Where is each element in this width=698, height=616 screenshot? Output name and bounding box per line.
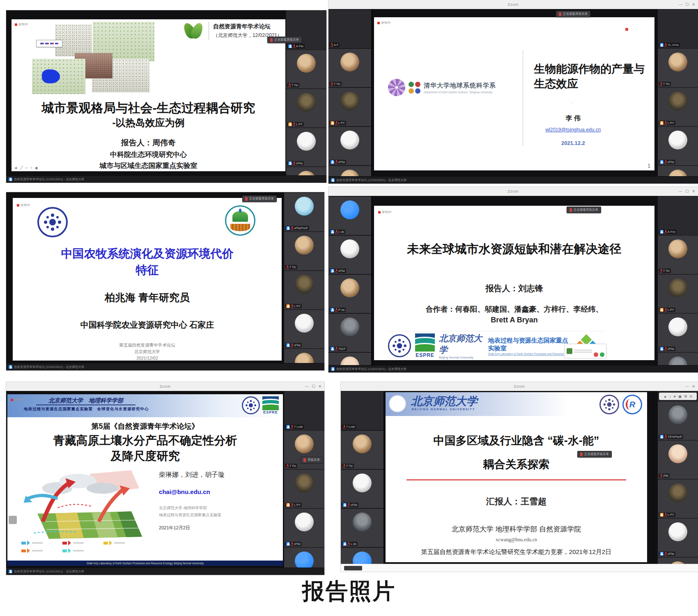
accept-call-icon[interactable] (600, 352, 604, 357)
close-button[interactable]: ✕ (692, 2, 695, 7)
participant-tile[interactable]: P·na (658, 166, 698, 176)
maximize-button[interactable]: ☐ (312, 384, 315, 388)
participant-tile[interactable]: P·na (286, 167, 326, 175)
participant-tile[interactable]: L·PY (284, 271, 324, 309)
annotation-tool-icon[interactable]: ○ (30, 165, 32, 170)
participant-tile[interactable]: xFNz (328, 236, 371, 274)
participant-tile[interactable]: T Tln (658, 49, 698, 87)
minimize-button[interactable]: — (685, 384, 689, 388)
annotation-tool-icon[interactable]: ◄ (14, 165, 18, 170)
participant-video-tile[interactable]: A·Flw (286, 11, 326, 49)
minimize-button[interactable]: — (678, 189, 682, 193)
participant-tile[interactable]: TSLP (658, 353, 698, 365)
sidebar-tool-icon[interactable]: ⊡ (689, 395, 692, 398)
annotation-toolbar[interactable]: ◄╱○○◆ (14, 165, 38, 170)
slide-nav-box[interactable] (9, 516, 17, 524)
meeting-window-1[interactable]: 正在观看屏幕共享 录制中 自然 (6, 10, 326, 183)
meeting-window-4[interactable]: Zoom — ☐ ✕ 正在观看屏幕共享 L·ubxFNzP·naTSLPZRb … (328, 187, 698, 372)
participant-tile[interactable]: xFNz (286, 128, 326, 166)
sidebar-tool-icon[interactable]: ▲ (664, 395, 667, 398)
participant-tile[interactable]: xFNz (328, 127, 371, 165)
maximize-button[interactable]: ☐ (685, 189, 689, 193)
participant-tile[interactable]: T Tln (284, 431, 324, 469)
contact-email[interactable]: chai@bnu.edu.cn (159, 488, 275, 495)
presenter-email[interactable]: wl2019@tsinghua.edu.cn (534, 127, 612, 133)
sidebar-tool-icon[interactable]: ➤ (673, 395, 676, 398)
annotation-tool-icon[interactable]: ○ (25, 165, 28, 170)
os-taskbar[interactable]: 自然资源青年学术论坛 (12/02/2021) - 北京师范大学 (328, 176, 698, 184)
participant-tile[interactable]: L·PY (284, 470, 324, 508)
maximize-button[interactable]: ☐ (685, 2, 689, 7)
sidebar-tool-icon[interactable]: ♪ (669, 395, 671, 398)
participant-tile[interactable]: T Tln (284, 232, 324, 270)
participant-tile[interactable]: P·na (658, 558, 698, 564)
os-taskbar[interactable]: 自然资源青年学术论坛 (12/02/2021) - 北京师范大学 (6, 363, 324, 370)
participant-video-tile[interactable]: T·LnW (284, 392, 324, 430)
participant-tile[interactable]: L·PY (286, 89, 326, 127)
sidebar-toolbar[interactable]: ▲♪➤▦⚙⊡ (659, 393, 697, 400)
participant-tile[interactable]: ZRb (328, 353, 371, 365)
participant-tile[interactable]: L·PY (328, 88, 371, 126)
participant-video-tile[interactable]: YL·nYnn (658, 10, 698, 48)
minimize-button[interactable]: — (305, 384, 308, 388)
participant-video-tile[interactable]: A·F (328, 10, 371, 48)
participant-tile[interactable]: P·na (284, 349, 324, 363)
participant-tile[interactable]: L·PY (658, 88, 698, 126)
page-control-icons[interactable]: · · · · (366, 566, 403, 570)
participant-tile[interactable]: xFNz (341, 470, 383, 508)
meeting-window-2[interactable]: Zoom — ☐ ✕ 正在观看屏幕共享 A·FT TlnL·PYxFNzP·na… (328, 0, 698, 184)
close-button[interactable]: ✕ (318, 384, 321, 388)
participant-role-icon (331, 121, 334, 125)
participant-role-icon (343, 503, 347, 507)
participant-tile[interactable]: ZRb (658, 441, 698, 479)
os-taskbar[interactable]: 自然资源青年学术论坛 (12/02/2021) - 北京师范大学 (6, 568, 324, 575)
participant-tile[interactable]: xFNz (658, 127, 698, 165)
participant-tile[interactable]: xFNz (284, 310, 324, 348)
participant-tile[interactable]: vPNzPnnP (284, 193, 324, 231)
contact-email[interactable]: xcwang@bnu.edu.cn (386, 537, 647, 543)
decline-call-icon[interactable] (594, 352, 598, 357)
sidebar-tool-icon[interactable]: ▦ (679, 395, 682, 398)
participant-role-icon (660, 308, 664, 312)
window-titlebar[interactable]: Zoom — ✕ (341, 382, 698, 391)
window-title: Zoom (507, 189, 519, 193)
incoming-call-popup[interactable] (564, 344, 607, 359)
minimize-button[interactable]: — (678, 2, 682, 7)
participant-tile[interactable]: L·ub (328, 197, 371, 235)
participant-tile[interactable]: L·zb (284, 548, 324, 568)
annotation-tool-icon[interactable]: ╱ (20, 165, 23, 170)
participant-video-tile[interactable]: A·Fnn (658, 197, 698, 235)
participant-tile[interactable]: q·d (341, 548, 383, 564)
window-titlebar[interactable]: Zoom — ☐ ✕ (6, 382, 324, 391)
participant-tile[interactable]: xFNz (658, 519, 698, 557)
meeting-window-6[interactable]: Zoom — ✕ 正在观看屏幕共享 T·LnWT TlnxFNzL·zbq·d … (341, 382, 698, 572)
participant-tile[interactable]: TSLP (328, 314, 371, 352)
participant-tile[interactable]: L·zb (341, 509, 383, 547)
sidebar-tool-icon[interactable]: ⚙ (684, 395, 687, 398)
participant-tile[interactable]: L·PY (658, 275, 698, 313)
window-titlebar[interactable]: Zoom — ☐ ✕ (328, 187, 698, 196)
participant-tile[interactable]: L·PY (658, 480, 698, 518)
participant-name-badge: A·Flw (287, 44, 305, 48)
participant-tile[interactable]: T Tln (286, 50, 326, 88)
participant-tile[interactable]: T Tln (328, 49, 371, 87)
os-taskbar[interactable]: 自然资源青年学术论坛 (12/02/2021) - 北京师范大学 (6, 175, 326, 183)
window-titlebar[interactable]: Zoom — ☐ ✕ (328, 0, 698, 9)
participant-tile[interactable]: xFNz (284, 509, 324, 547)
participant-tile[interactable]: TSYsPwnP (658, 402, 698, 440)
participant-tile[interactable]: xFNz (658, 314, 698, 352)
participant-tile[interactable]: P·na (328, 166, 371, 176)
participant-video-tile[interactable]: T·LnW (341, 392, 383, 430)
participant-tile[interactable]: T Tln (658, 236, 698, 274)
meeting-window-5[interactable]: Zoom — ☐ ✕ 屏幕共享 北京师范大学 地理科学学部 地表过程与资源生态国… (6, 382, 324, 575)
red-divider (406, 479, 626, 480)
close-button[interactable]: ✕ (692, 189, 695, 193)
meeting-window-3[interactable]: 正在观看屏幕共享 录制中 中国农牧系统演化及资源环境代价 特征 柏兆海 青年研究… (6, 192, 324, 370)
participant-tile[interactable]: T Tln (341, 431, 383, 469)
annotation-tool-icon[interactable]: ◆ (35, 165, 38, 170)
participant-name: T Tln (292, 84, 298, 87)
close-button[interactable]: ✕ (692, 384, 695, 388)
os-taskbar[interactable]: 自然资源青年学术论坛 (12/02/2021) - 北京师范大学 (328, 365, 698, 372)
participant-tile[interactable]: P·na (328, 275, 371, 313)
participant-role-icon (660, 513, 664, 517)
